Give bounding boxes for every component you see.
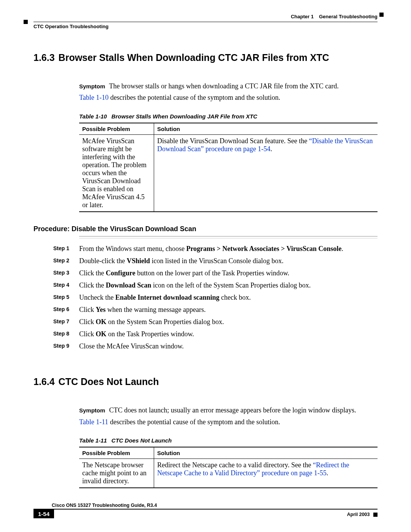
step-text: Click OK on the System Scan Properties d… xyxy=(79,317,224,327)
symptom-line: Symptom CTC does not launch; usually an … xyxy=(79,406,378,415)
step-label: Step 7 xyxy=(53,317,79,327)
symptom-label: Symptom xyxy=(79,407,105,414)
section-number: 1.6.3 xyxy=(33,52,55,63)
symptom-line: Symptom The browser stalls or hangs when… xyxy=(79,81,378,91)
table-ref-link[interactable]: Table 1-10 xyxy=(79,94,108,101)
table-1-11: Possible Problem Solution The Netscape b… xyxy=(79,447,378,488)
solution-pre: Disable the VirusScan Download Scan feat… xyxy=(157,137,309,145)
section-title: CTC Does Not Launch xyxy=(59,376,159,387)
solution-post: . xyxy=(327,469,328,477)
step-label: Step 5 xyxy=(53,292,79,302)
table-caption: Table 1-10Browser Stalls When Downloadin… xyxy=(79,113,378,120)
symptom-label: Symptom xyxy=(79,83,105,89)
step-text: Click the Configure button on the lower … xyxy=(79,268,289,278)
solution-post: . xyxy=(270,145,272,153)
table-caption-number: Table 1-11 xyxy=(79,437,107,444)
step-text: Uncheck the Enable Internet download sca… xyxy=(79,292,251,302)
footer-rule: 1-54 April 2003 xyxy=(33,509,378,518)
section-body: Symptom CTC does not launch; usually an … xyxy=(79,406,378,488)
corner-marker-icon xyxy=(379,13,384,17)
procedure-step: Step 5Uncheck the Enable Internet downlo… xyxy=(53,292,378,302)
section-heading: 1.6.3Browser Stalls When Downloading CTC… xyxy=(33,52,378,63)
doc-title: Cisco ONS 15327 Troubleshooting Guide, R… xyxy=(52,503,378,508)
table-caption-title: CTC Does Not Launch xyxy=(112,437,172,444)
step-label: Step 2 xyxy=(53,256,79,266)
step-label: Step 6 xyxy=(53,305,79,315)
table-cell-solution: Redirect the Netscape cache to a valid d… xyxy=(154,459,378,488)
procedure-step: Step 8Click OK on the Task Properties wi… xyxy=(53,329,378,339)
step-text: Double-click the VShield icon listed in … xyxy=(79,256,284,266)
table-cell-problem: McAfee VirusScan software might be inter… xyxy=(79,134,154,212)
table-caption: Table 1-11CTC Does Not Launch xyxy=(79,437,378,444)
table-header-solution: Solution xyxy=(154,123,378,135)
procedure-step: Step 6Click Yes when the warning message… xyxy=(53,305,378,315)
section-path: CTC Operation Troubleshooting xyxy=(33,24,378,29)
procedure-rule xyxy=(79,236,378,238)
step-label: Step 9 xyxy=(53,341,79,351)
step-label: Step 1 xyxy=(53,244,79,254)
procedure-step: Step 4Click the Download Scan icon on th… xyxy=(53,280,378,290)
page-footer: Cisco ONS 15327 Troubleshooting Guide, R… xyxy=(33,503,378,518)
table-cell-problem: The Netscape browser cache might point t… xyxy=(79,459,154,488)
table-ref-rest: describes the potential cause of the sym… xyxy=(108,94,280,101)
step-text: Click OK on the Task Properties window. xyxy=(79,329,194,339)
corner-marker-icon xyxy=(24,20,28,24)
corner-marker-icon xyxy=(373,513,378,517)
page: Chapter 1 General Troubleshooting CTC Op… xyxy=(0,0,411,532)
step-text: Close the McAfee VirusScan window. xyxy=(79,341,184,351)
footer-date: April 2003 xyxy=(347,512,378,517)
symptom-text: CTC does not launch; usually an error me… xyxy=(109,406,356,414)
symptom-text: The browser stalls or hangs when downloa… xyxy=(109,82,339,90)
table-caption-number: Table 1-10 xyxy=(79,113,107,120)
procedure-steps: Step 1From the Windows start menu, choos… xyxy=(53,244,378,351)
chapter-label: Chapter 1 xyxy=(291,14,314,19)
header-rule xyxy=(33,22,378,22)
chapter-title: General Troubleshooting xyxy=(319,14,378,19)
step-label: Step 3 xyxy=(53,268,79,278)
table-1-10: Possible Problem Solution McAfee VirusSc… xyxy=(79,123,378,212)
procedure-step: Step 3Click the Configure button on the … xyxy=(53,268,378,278)
step-text: From the Windows start menu, choose Prog… xyxy=(79,244,343,254)
solution-pre: Redirect the Netscape cache to a valid d… xyxy=(157,461,313,469)
section-title: Browser Stalls When Downloading CTC JAR … xyxy=(59,52,329,63)
table-header-problem: Possible Problem xyxy=(79,123,154,135)
table-row: The Netscape browser cache might point t… xyxy=(79,459,378,488)
table-caption-title: Browser Stalls When Downloading JAR File… xyxy=(112,113,257,120)
table-cell-solution: Disable the VirusScan Download Scan feat… xyxy=(154,134,378,212)
procedure-heading: Procedure: Disable the VirusScan Downloa… xyxy=(33,225,378,233)
table-row: McAfee VirusScan software might be inter… xyxy=(79,134,378,212)
table-ref-rest: describes the potential cause of the sym… xyxy=(108,418,280,426)
step-label: Step 4 xyxy=(53,280,79,290)
table-reference: Table 1-11 describes the potential cause… xyxy=(79,417,378,427)
step-text: Click Yes when the warning message appea… xyxy=(79,305,206,315)
procedure-step: Step 2Double-click the VShield icon list… xyxy=(53,256,378,266)
procedure-step: Step 9Close the McAfee VirusScan window. xyxy=(53,341,378,351)
section-heading: 1.6.4CTC Does Not Launch xyxy=(33,376,378,387)
running-header: Chapter 1 General Troubleshooting xyxy=(33,14,378,19)
table-header-problem: Possible Problem xyxy=(79,447,154,459)
page-number: 1-54 xyxy=(33,510,54,518)
procedure-step: Step 1From the Windows start menu, choos… xyxy=(53,244,378,254)
section-body: Symptom The browser stalls or hangs when… xyxy=(79,81,378,212)
table-reference: Table 1-10 describes the potential cause… xyxy=(79,93,378,102)
section-number: 1.6.4 xyxy=(33,376,55,387)
procedure-step: Step 7Click OK on the System Scan Proper… xyxy=(53,317,378,327)
table-ref-link[interactable]: Table 1-11 xyxy=(79,418,108,426)
step-label: Step 8 xyxy=(53,329,79,339)
step-text: Click the Download Scan icon on the left… xyxy=(79,280,311,290)
table-header-solution: Solution xyxy=(154,447,378,459)
